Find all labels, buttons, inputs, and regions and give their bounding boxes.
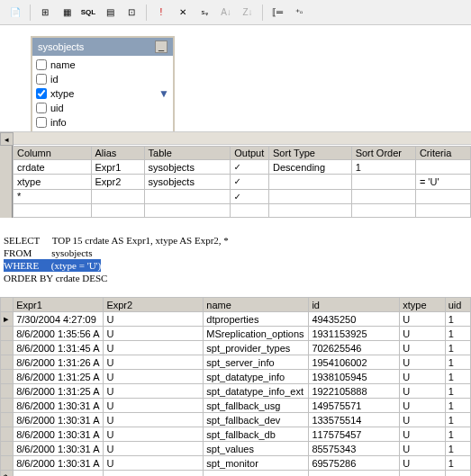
cell-id[interactable]: 1954106002 (309, 355, 400, 370)
minimize-icon[interactable]: _ (155, 40, 168, 53)
diagram-pane-button[interactable]: ⊞ (35, 4, 55, 22)
cell-sortorder[interactable] (351, 203, 415, 217)
cell-expr1[interactable]: 8/6/2000 1:31:45 A (14, 341, 104, 355)
column-item-id[interactable]: id (34, 72, 171, 86)
header-criteria[interactable]: Criteria (415, 147, 470, 160)
design-row[interactable]: crdate Expr1 sysobjects ✓ Descending 1 (14, 160, 471, 175)
design-table[interactable]: Column Alias Table Output Sort Type Sort… (13, 146, 471, 218)
verify-sql-button[interactable]: ⊡ (122, 4, 141, 22)
cell-expr1[interactable]: 8/6/2000 1:30:31 A (14, 413, 104, 427)
row-selector[interactable] (1, 341, 14, 355)
cell-uid[interactable]: 1 (445, 327, 470, 341)
cell-uid[interactable]: 1 (445, 442, 470, 456)
results-pane-button[interactable]: ▤ (100, 4, 120, 22)
row-selector[interactable] (1, 413, 14, 427)
cell-table[interactable]: sysobjects (144, 160, 231, 175)
header-expr1[interactable]: Expr1 (14, 298, 104, 312)
scroll-left-button[interactable]: ◂ (0, 132, 14, 146)
column-list[interactable]: name id xtype ▼ uid info (32, 56, 173, 137)
row-selector[interactable] (1, 355, 14, 370)
results-table[interactable]: Expr1 Expr2 name id xtype uid ▸7/30/2004… (0, 297, 471, 476)
cell-expr1[interactable]: 7/30/2004 4:27:09 (14, 312, 104, 327)
results-row[interactable]: 8/6/2000 1:30:31 AUspt_fallback_db117575… (1, 427, 471, 442)
cell-xtype[interactable]: U (400, 456, 445, 471)
cancel-button[interactable]: ✕ (173, 4, 193, 22)
results-row[interactable]: 8/6/2000 1:31:25 AUspt_datatype_info1938… (1, 370, 471, 384)
cell-name[interactable]: spt_datatype_info_ext (204, 384, 309, 399)
cell-uid[interactable]: 1 (445, 384, 470, 399)
cell-id[interactable]: 1938105945 (309, 370, 400, 384)
header-expr2[interactable]: Expr2 (104, 298, 204, 312)
cell-name[interactable]: spt_monitor (204, 456, 309, 471)
cell-column[interactable]: crdate (14, 160, 92, 175)
cell-output[interactable]: ✓ (231, 175, 269, 189)
cell-sorttype[interactable] (269, 189, 352, 203)
header-column[interactable]: Column (14, 147, 92, 160)
cell-xtype[interactable]: U (400, 399, 445, 413)
cell-xtype[interactable]: U (400, 370, 445, 384)
cell-criteria[interactable]: = 'U' (415, 175, 470, 189)
results-row[interactable]: 8/6/2000 1:31:26 AUspt_server_info195410… (1, 355, 471, 370)
add-table-button[interactable]: ⁺▫ (289, 4, 309, 22)
column-item-info[interactable]: info (34, 115, 171, 130)
cell-alias[interactable] (91, 189, 144, 203)
header-sorttype[interactable]: Sort Type (269, 147, 352, 160)
results-row[interactable]: 8/6/2000 1:30:31 AUspt_fallback_usg14957… (1, 399, 471, 413)
cell-name[interactable]: spt_server_info (204, 355, 309, 370)
cell-uid[interactable]: 1 (445, 456, 470, 471)
cell-xtype[interactable]: U (400, 442, 445, 456)
cell-output[interactable]: ✓ (231, 160, 269, 175)
row-selector[interactable] (1, 327, 14, 341)
cell-xtype[interactable]: U (400, 413, 445, 427)
cell-name[interactable]: spt_values (204, 442, 309, 456)
cell-expr1[interactable]: 8/6/2000 1:30:31 A (14, 456, 104, 471)
cell-id[interactable]: 133575514 (309, 413, 400, 427)
cell-id[interactable]: 702625546 (309, 341, 400, 355)
results-row[interactable]: 8/6/2000 1:31:25 AUspt_datatype_info_ext… (1, 384, 471, 399)
column-checkbox[interactable] (36, 88, 47, 99)
cell-id[interactable]: 1922105888 (309, 384, 400, 399)
row-selector[interactable] (1, 384, 14, 399)
cell-column[interactable]: xtype (14, 175, 92, 189)
column-item-uid[interactable]: uid (34, 101, 171, 115)
cell-xtype[interactable]: U (400, 327, 445, 341)
run-button[interactable]: ! (151, 4, 171, 22)
results-row[interactable]: 8/6/2000 1:30:31 AUspt_monitor69575286U1 (1, 456, 471, 471)
cell-sorttype[interactable] (269, 175, 352, 189)
cell-name[interactable]: spt_fallback_db (204, 427, 309, 442)
new-query-button[interactable]: 📄 (5, 4, 25, 22)
results-row[interactable]: 8/6/2000 1:30:31 AUspt_fallback_dev13357… (1, 413, 471, 427)
cell-sorttype[interactable] (269, 203, 352, 217)
header-sortorder[interactable]: Sort Order (351, 147, 415, 160)
cell-alias[interactable] (91, 203, 144, 217)
cell-expr1[interactable]: 8/6/2000 1:31:25 A (14, 370, 104, 384)
header-output[interactable]: Output (231, 147, 269, 160)
results-row[interactable]: ▸7/30/2004 4:27:09Udtproperties49435250U… (1, 312, 471, 327)
cell-xtype[interactable]: U (400, 355, 445, 370)
cell-table[interactable]: sysobjects (144, 175, 231, 189)
cell-id[interactable]: 1931153925 (309, 327, 400, 341)
cell-xtype[interactable]: U (400, 341, 445, 355)
row-selector[interactable]: ▸ (1, 312, 14, 327)
column-checkbox[interactable] (36, 103, 47, 113)
results-row[interactable]: 8/6/2000 1:35:56 AUMSreplication_options… (1, 327, 471, 341)
cell-alias[interactable]: Expr1 (91, 160, 144, 175)
header-alias[interactable]: Alias (91, 147, 144, 160)
cell-expr2[interactable]: U (104, 456, 204, 471)
cell-name[interactable]: spt_fallback_usg (204, 399, 309, 413)
cell-expr2[interactable]: U (104, 413, 204, 427)
cell-id[interactable]: 117575457 (309, 427, 400, 442)
cell-column[interactable] (14, 203, 92, 217)
cell-expr1[interactable]: 8/6/2000 1:31:26 A (14, 355, 104, 370)
grid-pane-button[interactable]: ▦ (57, 4, 77, 22)
row-selector[interactable] (1, 370, 14, 384)
row-selector[interactable] (1, 456, 14, 471)
cell-expr1[interactable]: 8/6/2000 1:30:31 A (14, 442, 104, 456)
cell-sortorder[interactable] (351, 189, 415, 203)
row-selector[interactable] (1, 399, 14, 413)
column-checkbox[interactable] (36, 117, 47, 128)
cell-uid[interactable]: 1 (445, 427, 470, 442)
table-panel-sysobjects[interactable]: sysobjects _ name id xtype ▼ uid info (31, 36, 175, 139)
cell-expr2[interactable]: U (104, 427, 204, 442)
diagram-scrollbar[interactable]: ◂ (0, 131, 471, 145)
